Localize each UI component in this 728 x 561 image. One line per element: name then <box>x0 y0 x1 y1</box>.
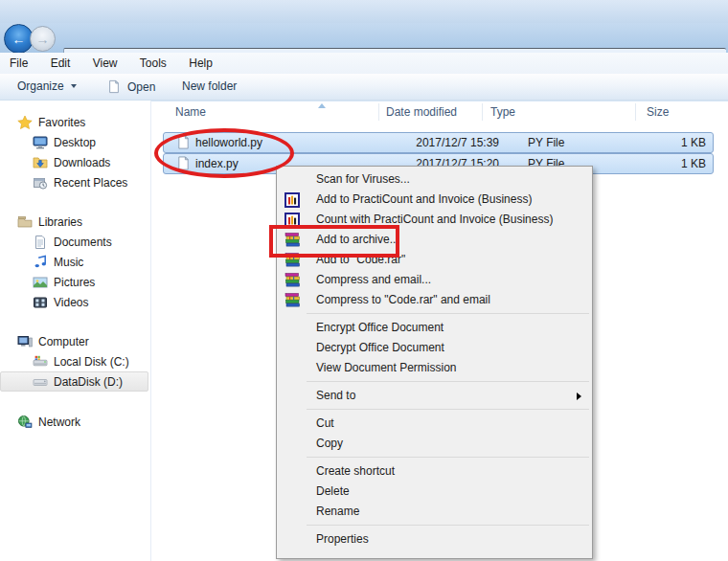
menu-item-decrypt-office-document[interactable]: Decrypt Office Document <box>277 338 592 358</box>
documents-icon <box>33 235 48 250</box>
sidebar-item-local-disk-c[interactable]: Local Disk (C:) <box>0 351 150 371</box>
menu-item-properties[interactable]: Properties <box>277 529 592 550</box>
menu-separator <box>307 313 589 314</box>
column-header-type[interactable]: Type <box>490 105 515 119</box>
sidebar-item-music[interactable]: Music <box>0 252 150 272</box>
desktop-icon <box>33 135 48 150</box>
menu-bar: File Edit View Tools Help <box>0 53 728 74</box>
recent-places-icon <box>33 175 48 191</box>
sidebar-item-recent-places[interactable]: Recent Places <box>0 172 150 192</box>
winrar-icon <box>284 273 300 288</box>
menu-view[interactable]: View <box>83 53 127 70</box>
sidebar-item-favorites[interactable]: Favorites <box>0 112 150 132</box>
menu-item-compress-to-code-rar-and-email[interactable]: Compress to "Code.rar" and email <box>277 290 592 310</box>
menu-item-add-to-archive[interactable]: Add to archive... <box>277 230 592 250</box>
column-divider[interactable] <box>635 103 636 121</box>
menu-item-view-document-permission[interactable]: View Document Permission <box>277 358 592 378</box>
menu-item-compress-and-email[interactable]: Compress and email... <box>277 270 592 290</box>
menu-item-label: Send to <box>316 389 355 402</box>
menu-item-label: Cut <box>316 416 334 430</box>
menu-item-label: Compress and email... <box>316 273 431 286</box>
menu-item-add-to-code-rar[interactable]: Add to "Code.rar" <box>277 250 592 270</box>
menu-separator <box>307 525 589 526</box>
menu-item-add-to-practicount[interactable]: Add to PractiCount and Invoice (Business… <box>277 190 592 210</box>
sidebar-item-pictures[interactable]: Pictures <box>0 272 150 292</box>
sidebar-item-network[interactable]: Network <box>0 412 150 432</box>
sidebar-item-videos[interactable]: Videos <box>0 292 150 312</box>
menu-edit[interactable]: Edit <box>41 53 80 70</box>
file-date: 2017/12/7 15:39 <box>384 136 499 149</box>
menu-item-label: View Document Permission <box>316 361 457 374</box>
network-icon <box>17 415 33 430</box>
file-type: PY File <box>528 136 564 149</box>
menu-item-count-with-practicount[interactable]: Count with PractiCount and Invoice (Busi… <box>277 210 592 230</box>
file-name: helloworld.py <box>195 136 262 149</box>
new-folder-button[interactable]: New folder <box>176 79 242 93</box>
menu-item-cut[interactable]: Cut <box>277 414 592 434</box>
winrar-icon <box>284 253 300 268</box>
menu-item-label: Decrypt Office Document <box>316 341 444 354</box>
sidebar-label: Documents <box>54 236 112 249</box>
sidebar-label: Favorites <box>38 116 85 129</box>
menu-item-label: Count with PractiCount and Invoice (Busi… <box>316 213 553 226</box>
winrar-icon <box>284 293 300 308</box>
menu-file[interactable]: File <box>0 53 37 70</box>
document-icon <box>107 79 123 94</box>
sidebar-item-computer[interactable]: Computer <box>0 331 150 351</box>
forward-button[interactable]: → <box>30 26 56 52</box>
menu-item-copy[interactable]: Copy <box>277 434 592 454</box>
menu-item-label: Copy <box>316 437 343 450</box>
menu-item-label: Add to "Code.rar" <box>316 253 405 266</box>
column-header-row: Name Date modified Type Size <box>151 101 728 123</box>
column-divider[interactable] <box>482 103 483 121</box>
column-header-date-modified[interactable]: Date modified <box>386 105 457 119</box>
context-menu: Scan for Viruses... Add to PractiCount a… <box>276 166 593 559</box>
menu-item-send-to[interactable]: Send to <box>277 386 592 406</box>
sidebar-label: Computer <box>38 335 89 348</box>
sidebar-item-datadisk-d[interactable]: DataDisk (D:) <box>0 371 148 392</box>
menu-item-create-shortcut[interactable]: Create shortcut <box>277 461 592 482</box>
menu-item-delete[interactable]: Delete <box>277 482 592 502</box>
explorer-window: ← → Computer DataDisk (D:) Code File Edi… <box>0 0 728 561</box>
forward-arrow-icon: → <box>36 33 50 46</box>
sidebar-label: DataDisk (D:) <box>54 375 123 389</box>
practicount-icon <box>284 192 300 208</box>
menu-item-label: Properties <box>316 532 369 546</box>
file-size: 1 KB <box>681 136 706 149</box>
menu-separator <box>307 381 589 382</box>
open-button[interactable]: Open <box>102 79 161 94</box>
libraries-icon <box>17 214 33 230</box>
sidebar-item-desktop[interactable]: Desktop <box>0 132 150 152</box>
column-divider[interactable] <box>378 103 379 121</box>
column-header-size[interactable]: Size <box>647 105 669 119</box>
organize-label: Organize <box>17 79 64 93</box>
sidebar-item-libraries[interactable]: Libraries <box>0 212 150 232</box>
file-name: index.py <box>195 157 239 170</box>
computer-icon <box>17 334 33 349</box>
title-bar <box>0 0 728 23</box>
organize-button[interactable]: Organize <box>11 79 82 93</box>
sidebar-item-documents[interactable]: Documents <box>0 232 150 252</box>
menu-item-label: Add to PractiCount and Invoice (Business… <box>316 192 532 206</box>
sidebar-label: Local Disk (C:) <box>54 355 129 369</box>
menu-item-encrypt-office-document[interactable]: Encrypt Office Document <box>277 318 592 338</box>
submenu-arrow-icon <box>577 393 581 400</box>
sidebar-item-downloads[interactable]: Downloads <box>0 152 150 172</box>
menu-help[interactable]: Help <box>179 53 222 70</box>
local-disk-icon <box>33 354 48 370</box>
navigation-bar: ← → Computer DataDisk (D:) Code <box>0 23 728 53</box>
menu-item-rename[interactable]: Rename <box>277 502 592 522</box>
menu-item-label: Create shortcut <box>316 464 395 478</box>
menu-tools[interactable]: Tools <box>130 53 176 70</box>
file-row-helloworld[interactable]: helloworld.py 2017/12/7 15:39 PY File 1 … <box>163 132 714 153</box>
menu-item-label: Rename <box>316 505 359 518</box>
sidebar-label: Music <box>54 256 83 269</box>
music-icon <box>33 255 48 270</box>
new-folder-label: New folder <box>182 79 237 93</box>
practicount-icon <box>284 213 300 228</box>
command-toolbar: Organize Open New folder <box>0 74 728 101</box>
menu-separator <box>307 457 589 458</box>
videos-icon <box>33 295 48 310</box>
menu-item-scan-for-viruses[interactable]: Scan for Viruses... <box>277 169 592 190</box>
column-header-name[interactable]: Name <box>175 105 206 119</box>
